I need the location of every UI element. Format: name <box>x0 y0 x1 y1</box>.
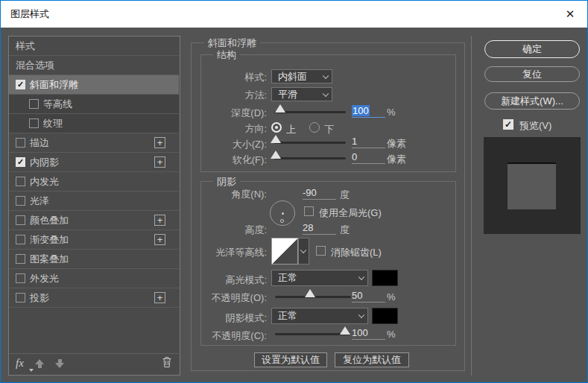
fx-icon[interactable]: fx <box>16 357 24 370</box>
angle-label: 角度(N): <box>183 188 267 201</box>
altitude-value: 28 <box>303 222 313 233</box>
shadow-mode-dropdown[interactable]: 正常 <box>271 308 368 324</box>
shading-legend: 阴影 <box>213 175 240 189</box>
bevel-emboss-checkbox[interactable] <box>16 80 25 89</box>
sidebar-item-texture[interactable]: 纹理 <box>9 114 179 133</box>
outer-glow-checkbox[interactable] <box>16 273 25 283</box>
move-effect-up-icon[interactable] <box>35 359 44 368</box>
sidebar-item-styles[interactable]: 样式 <box>9 37 179 56</box>
highlight-opacity-input[interactable]: 50 <box>352 290 385 303</box>
use-global-light-label: 使用全局光(G) <box>319 206 382 220</box>
style-preview-thumbnail <box>484 137 581 234</box>
sidebar-item-satin[interactable]: 光泽 <box>9 192 179 211</box>
sidebar-item-contour[interactable]: 等高线 <box>9 95 179 114</box>
sidebar-item-gradient-overlay[interactable]: 渐变叠加 <box>9 230 179 250</box>
angle-unit: 度 <box>340 189 350 202</box>
sidebar-item-inner-shadow[interactable]: 内阴影 <box>9 153 179 172</box>
technique-dropdown[interactable]: 平滑 <box>271 87 332 101</box>
pattern-overlay-checkbox[interactable] <box>16 254 25 264</box>
highlight-opacity-label: 不透明度(O): <box>183 291 267 305</box>
antialias-label: 消除锯齿(L) <box>331 246 382 259</box>
shadow-mode-value: 正常 <box>278 309 297 323</box>
new-style-button[interactable]: 新建样式(W)... <box>484 92 580 110</box>
close-icon[interactable]: ✕ <box>553 1 587 28</box>
shadow-opacity-value: 100 <box>352 327 368 338</box>
soften-input[interactable]: 0 <box>352 151 385 164</box>
highlight-color-swatch[interactable] <box>372 270 398 286</box>
color-overlay-checkbox[interactable] <box>16 215 25 225</box>
ok-button[interactable]: 确定 <box>484 40 580 58</box>
reset-button[interactable]: 复位 <box>484 66 580 82</box>
use-global-light-checkbox[interactable] <box>304 206 314 216</box>
shadow-mode-label: 阴影模式: <box>183 311 267 325</box>
highlight-opacity-value: 50 <box>352 290 362 301</box>
texture-checkbox[interactable] <box>29 118 39 128</box>
reset-default-button[interactable]: 复位为默认值 <box>335 352 409 367</box>
highlight-mode-dropdown[interactable]: 正常 <box>271 270 368 286</box>
add-stroke-icon[interactable] <box>154 137 165 148</box>
angle-input[interactable]: -90 <box>303 187 336 200</box>
depth-input[interactable]: 100 <box>352 105 385 118</box>
preview-checkbox[interactable] <box>503 119 513 130</box>
gloss-contour-label: 光泽等高线: <box>183 246 267 259</box>
sidebar-item-outer-glow[interactable]: 外发光 <box>9 269 179 288</box>
sidebar-item-blending-options[interactable]: 混合选项 <box>9 56 179 75</box>
direction-up-radio[interactable] <box>271 122 282 133</box>
size-slider[interactable] <box>274 142 346 144</box>
highlight-opacity-slider[interactable] <box>275 296 351 298</box>
depth-label: 深度(D): <box>183 107 267 120</box>
depth-slider-thumb[interactable] <box>275 104 285 113</box>
soften-slider[interactable] <box>274 157 346 159</box>
style-preview-shape <box>508 162 556 209</box>
highlight-mode-value: 正常 <box>278 271 297 285</box>
shadow-opacity-slider[interactable] <box>275 333 350 335</box>
sidebar-item-drop-shadow[interactable]: 投影 <box>9 288 179 308</box>
highlight-mode-label: 高光模式: <box>183 273 267 287</box>
angle-value: -90 <box>303 187 317 198</box>
style-value: 内斜面 <box>278 70 307 83</box>
inner-glow-checkbox[interactable] <box>16 177 25 186</box>
shadow-color-swatch[interactable] <box>372 308 398 324</box>
sidebar-item-label: 颜色叠加 <box>30 214 69 227</box>
gloss-contour-picker[interactable] <box>298 238 309 265</box>
stroke-checkbox[interactable] <box>16 138 25 148</box>
gradient-overlay-checkbox[interactable] <box>16 235 25 244</box>
style-dropdown[interactable]: 内斜面 <box>271 69 332 83</box>
soften-slider-thumb[interactable] <box>271 151 281 159</box>
altitude-label: 高度: <box>183 224 267 237</box>
direction-up-label: 上 <box>286 123 296 136</box>
preview-label: 预览(V) <box>519 119 551 133</box>
shadow-opacity-unit: % <box>387 329 396 340</box>
sidebar-item-inner-glow[interactable]: 内发光 <box>9 172 179 192</box>
sidebar-item-bevel-emboss[interactable]: 斜面和浮雕 <box>9 75 179 95</box>
sidebar-item-pattern-overlay[interactable]: 图案叠加 <box>9 250 179 269</box>
add-drop-shadow-icon[interactable] <box>154 292 165 303</box>
altitude-input[interactable]: 28 <box>303 222 336 235</box>
add-color-overlay-icon[interactable] <box>154 215 165 226</box>
move-effect-down-icon[interactable] <box>55 359 64 368</box>
soften-unit: 像素 <box>387 153 406 166</box>
depth-slider[interactable] <box>274 111 346 113</box>
gloss-contour-thumbnail[interactable] <box>271 238 298 265</box>
antialias-checkbox[interactable] <box>316 246 326 256</box>
contour-checkbox[interactable] <box>29 99 39 109</box>
drop-shadow-checkbox[interactable] <box>16 293 25 303</box>
shadow-opacity-input[interactable]: 100 <box>352 327 385 340</box>
sidebar-item-color-overlay[interactable]: 颜色叠加 <box>9 211 179 230</box>
chevron-down-icon <box>323 90 329 96</box>
set-default-button[interactable]: 设置为默认值 <box>254 352 327 367</box>
highlight-opacity-thumb[interactable] <box>305 289 315 297</box>
size-slider-thumb[interactable] <box>271 135 281 143</box>
add-gradient-overlay-icon[interactable] <box>154 234 165 245</box>
sidebar-item-label: 外发光 <box>30 272 59 285</box>
inner-shadow-checkbox[interactable] <box>16 157 25 167</box>
size-input[interactable]: 1 <box>352 136 385 148</box>
shadow-opacity-thumb[interactable] <box>340 326 350 335</box>
satin-checkbox[interactable] <box>16 196 25 206</box>
angle-dial[interactable] <box>270 200 295 226</box>
sidebar-item-stroke[interactable]: 描边 <box>9 133 179 153</box>
delete-effect-icon[interactable] <box>162 356 172 371</box>
direction-down-radio[interactable] <box>309 122 320 133</box>
effects-sidebar: 样式 混合选项 斜面和浮雕 等高线 纹理 描边 内阴影 内发光 光泽 <box>8 36 180 376</box>
add-inner-shadow-icon[interactable] <box>154 156 165 168</box>
